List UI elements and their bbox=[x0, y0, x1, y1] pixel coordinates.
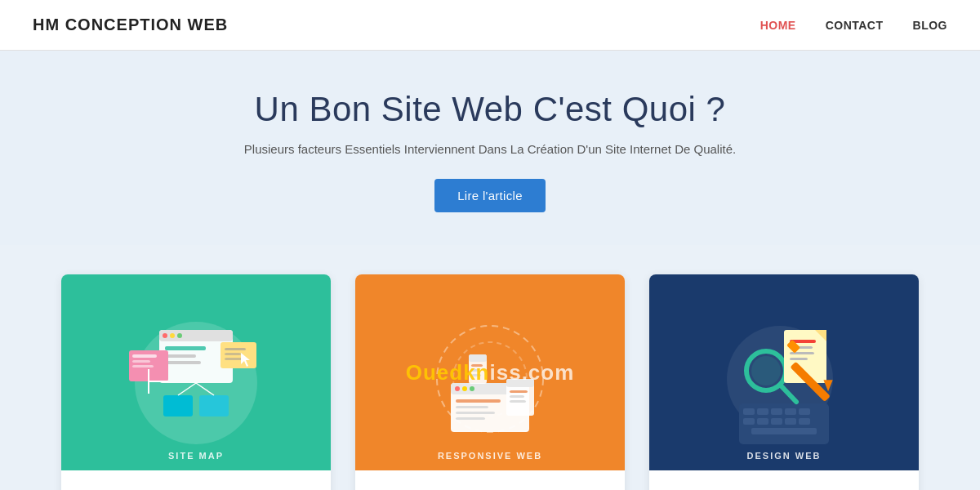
svg-rect-21 bbox=[199, 395, 229, 416]
svg-rect-38 bbox=[510, 390, 528, 393]
hero-subtitle: Plusieurs facteurs Essentiels Intervienn… bbox=[33, 142, 947, 156]
card-image-design: DESIGN WEB bbox=[649, 274, 919, 470]
svg-rect-44 bbox=[471, 369, 479, 372]
hero-section: Un Bon Site Web C'est Quoi ? Plusieurs f… bbox=[0, 51, 980, 245]
svg-rect-52 bbox=[799, 408, 810, 415]
svg-point-4 bbox=[170, 333, 175, 338]
svg-rect-45 bbox=[471, 374, 481, 376]
card-image-sitemap: SITE MAP bbox=[61, 274, 331, 470]
svg-rect-67 bbox=[790, 358, 808, 360]
card-design: DESIGN WEB Séduisant bbox=[649, 274, 919, 490]
svg-rect-55 bbox=[771, 418, 782, 425]
svg-rect-39 bbox=[510, 395, 524, 398]
svg-point-31 bbox=[470, 386, 474, 391]
site-logo: HM CONCEPTION WEB bbox=[33, 16, 228, 34]
svg-rect-53 bbox=[743, 418, 755, 425]
svg-point-60 bbox=[751, 356, 781, 385]
svg-rect-8 bbox=[165, 361, 201, 364]
logo-hm: HM bbox=[33, 16, 60, 33]
nav-home[interactable]: HOME bbox=[760, 19, 796, 32]
responsive-illustration bbox=[408, 305, 572, 461]
svg-rect-20 bbox=[163, 395, 193, 416]
svg-rect-33 bbox=[456, 406, 488, 408]
read-article-button[interactable]: Lire l'article bbox=[434, 179, 546, 212]
svg-rect-50 bbox=[771, 408, 782, 415]
svg-rect-57 bbox=[799, 418, 810, 425]
card-design-label: DESIGN WEB bbox=[747, 451, 822, 461]
svg-rect-7 bbox=[165, 354, 196, 358]
card-sitemap-label: SITE MAP bbox=[168, 451, 224, 461]
svg-rect-35 bbox=[456, 417, 485, 420]
cards-section: SITE MAP Ergonomique Ouedkniss.com bbox=[0, 245, 980, 490]
svg-point-29 bbox=[455, 386, 460, 391]
svg-rect-58 bbox=[751, 428, 817, 434]
hero-title: Un Bon Site Web C'est Quoi ? bbox=[33, 90, 947, 129]
card-responsive-label: RESPONSIVE WEB bbox=[438, 451, 542, 461]
svg-rect-32 bbox=[456, 399, 501, 403]
main-nav: HOME CONTACT BLOG bbox=[760, 19, 947, 32]
design-illustration bbox=[702, 305, 866, 461]
card-design-title: Séduisant bbox=[649, 470, 919, 490]
svg-point-3 bbox=[163, 333, 167, 338]
sitemap-illustration bbox=[114, 305, 278, 461]
card-sitemap-title: Ergonomique bbox=[61, 470, 331, 490]
svg-rect-37 bbox=[506, 379, 534, 387]
svg-rect-49 bbox=[757, 408, 768, 415]
logo-web: WEB bbox=[188, 16, 229, 33]
svg-rect-42 bbox=[469, 354, 487, 362]
card-image-responsive: Ouedkniss.com bbox=[355, 274, 625, 470]
svg-point-30 bbox=[462, 386, 467, 391]
svg-rect-51 bbox=[785, 408, 796, 415]
card-responsive: Ouedkniss.com bbox=[355, 274, 625, 490]
svg-rect-66 bbox=[790, 352, 814, 354]
svg-rect-48 bbox=[743, 408, 755, 415]
nav-blog[interactable]: BLOG bbox=[913, 19, 947, 32]
svg-rect-40 bbox=[510, 400, 526, 403]
logo-middle: CONCEPTION bbox=[60, 16, 187, 33]
svg-rect-43 bbox=[471, 364, 483, 367]
svg-rect-17 bbox=[225, 348, 246, 350]
card-responsive-title: Compatible bbox=[355, 470, 625, 490]
nav-contact[interactable]: CONTACT bbox=[826, 19, 884, 32]
svg-rect-18 bbox=[225, 353, 241, 355]
svg-rect-11 bbox=[132, 360, 150, 363]
svg-rect-54 bbox=[757, 418, 768, 425]
card-sitemap: SITE MAP Ergonomique bbox=[61, 274, 331, 490]
svg-rect-10 bbox=[132, 354, 157, 358]
svg-rect-6 bbox=[165, 346, 206, 350]
navbar: HM CONCEPTION WEB HOME CONTACT BLOG bbox=[0, 0, 980, 51]
svg-rect-12 bbox=[132, 365, 154, 368]
svg-rect-56 bbox=[785, 418, 796, 425]
svg-rect-34 bbox=[456, 412, 495, 414]
svg-point-5 bbox=[177, 333, 182, 338]
